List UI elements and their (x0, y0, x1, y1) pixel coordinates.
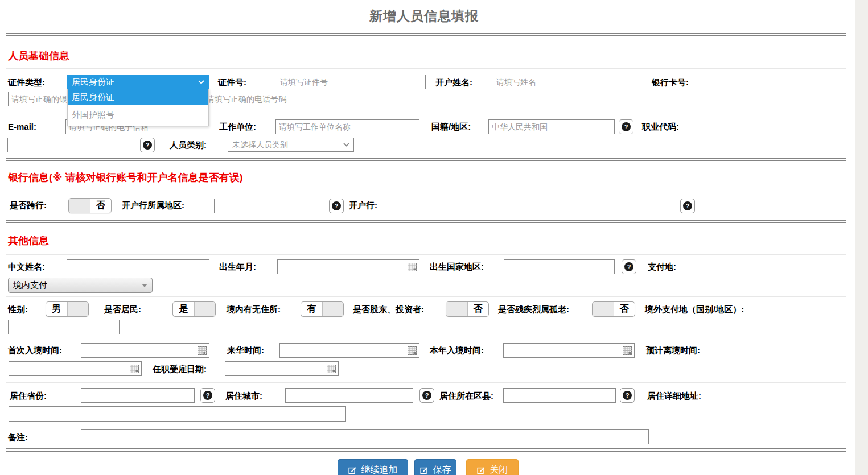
has-domicile-toggle[interactable]: 有 (301, 301, 344, 317)
edit-icon (477, 466, 486, 474)
nationality-label: 国籍/地区: (431, 122, 471, 133)
other-info-heading: 其他信息 (8, 234, 49, 247)
expected-departure-date-input[interactable] (9, 361, 142, 376)
work-unit-input[interactable] (275, 119, 419, 134)
account-name-label: 开户姓名: (435, 77, 472, 88)
append-button-label: 继续追加 (361, 464, 398, 475)
question-icon: ? (422, 391, 431, 400)
append-button[interactable]: 继续追加 (338, 459, 408, 475)
province-input[interactable] (81, 388, 195, 403)
employment-date-input[interactable] (225, 361, 339, 376)
cert-no-label: 证件号: (218, 77, 246, 88)
cert-type-option[interactable]: 外国护照号 (68, 107, 208, 123)
overseas-pay-input[interactable] (8, 320, 120, 334)
basic-info-heading: 人员基础信息 (8, 49, 69, 63)
help-button[interactable]: ? (329, 199, 344, 213)
is-resident-label: 是否居民: (104, 304, 141, 315)
district-label: 居住所在区县: (439, 391, 493, 402)
row-divider (6, 382, 846, 383)
toggle-track (446, 302, 468, 316)
cross-bank-toggle[interactable]: 否 (68, 198, 112, 213)
current-year-entry-date-input[interactable] (503, 343, 635, 358)
bank-name-label: 开户行: (349, 200, 377, 211)
question-icon: ? (623, 391, 632, 400)
help-button[interactable]: ? (619, 119, 633, 134)
cert-type-selected-value: 居民身份证 (72, 77, 198, 88)
row-divider (6, 296, 846, 297)
is-disabled-label: 是否残疾烈属孤老: (498, 304, 569, 315)
section-divider (6, 448, 846, 452)
section-divider (6, 220, 846, 223)
first-entry-label: 首次入境时间: (8, 345, 62, 356)
page-background-strip (855, 0, 868, 475)
toggle-track (593, 302, 614, 316)
row-divider (6, 254, 846, 255)
close-button[interactable]: 关闭 (466, 459, 519, 475)
cert-no-input[interactable] (277, 75, 426, 89)
arrival-date-input[interactable] (279, 343, 419, 358)
chinese-name-label: 中文姓名: (8, 262, 45, 272)
cert-type-option-selected[interactable]: 居民身份证 (68, 89, 208, 105)
help-button[interactable]: ? (622, 259, 636, 274)
toggle-track (69, 199, 90, 213)
help-button[interactable]: ? (140, 138, 155, 152)
is-shareholder-toggle[interactable]: 否 (446, 301, 489, 317)
first-entry-date-input[interactable] (81, 343, 209, 358)
is-resident-toggle[interactable]: 是 (172, 301, 216, 317)
dropdown-arrow-icon (142, 284, 147, 287)
section-divider (6, 158, 846, 161)
toggle-value: 有 (301, 302, 322, 316)
is-disabled-toggle[interactable]: 否 (592, 301, 635, 317)
edit-icon (420, 466, 429, 474)
employment-date-label: 任职受雇日期: (153, 364, 207, 375)
calendar-icon[interactable] (327, 365, 336, 373)
cert-type-select[interactable]: 居民身份证 (67, 75, 209, 89)
help-button[interactable]: ? (419, 388, 434, 403)
person-type-select[interactable]: 未选择人员类别 (228, 138, 354, 152)
remark-label: 备注: (8, 432, 28, 443)
calendar-icon[interactable] (408, 346, 417, 355)
toggle-value: 否 (468, 302, 489, 316)
section-divider (6, 33, 846, 36)
bank-info-heading: 银行信息(※ 请核对银行账号和开户名信息是否有误) (8, 171, 243, 184)
person-type-label: 人员类别: (170, 140, 207, 151)
calendar-icon[interactable] (623, 346, 632, 355)
phone-input[interactable] (203, 92, 349, 106)
toggle-track (322, 302, 344, 316)
occupation-input[interactable] (7, 138, 135, 152)
expected-departure-label: 预计离境时间: (646, 345, 700, 356)
birth-month-date-input[interactable] (277, 259, 419, 274)
bank-region-input[interactable] (214, 199, 323, 213)
nationality-input[interactable] (488, 119, 615, 134)
calendar-icon[interactable] (408, 263, 417, 271)
help-button[interactable]: ? (620, 388, 635, 403)
chinese-name-input[interactable] (67, 259, 209, 274)
bank-name-input[interactable] (392, 199, 673, 213)
page-title: 新增人员信息填报 (0, 7, 848, 25)
save-button[interactable]: 保存 (414, 459, 456, 475)
calendar-icon[interactable] (130, 365, 139, 373)
birth-country-input[interactable] (504, 259, 615, 274)
pay-place-select[interactable]: 境内支付 (8, 278, 153, 293)
gender-toggle[interactable]: 男 (46, 301, 89, 317)
question-icon: ? (622, 122, 631, 131)
close-button-label: 关闭 (490, 464, 508, 475)
occupation-label: 职业代码: (642, 122, 679, 133)
help-button[interactable]: ? (200, 388, 215, 403)
address-label: 居住详细地址: (647, 391, 701, 402)
district-input[interactable] (503, 388, 616, 403)
gender-label: 性别: (8, 304, 28, 315)
question-icon: ? (203, 391, 212, 400)
address-input[interactable] (9, 406, 346, 422)
save-button-label: 保存 (433, 464, 451, 475)
email-label: E-mail: (8, 122, 36, 131)
remark-input[interactable] (81, 429, 649, 444)
toggle-value: 是 (173, 302, 194, 316)
row-divider (6, 68, 846, 69)
calendar-icon[interactable] (198, 346, 207, 355)
toggle-track (67, 302, 89, 316)
help-button[interactable]: ? (680, 199, 695, 213)
city-input[interactable] (285, 388, 413, 403)
account-name-input[interactable] (493, 75, 637, 89)
chevron-down-icon (343, 143, 349, 147)
